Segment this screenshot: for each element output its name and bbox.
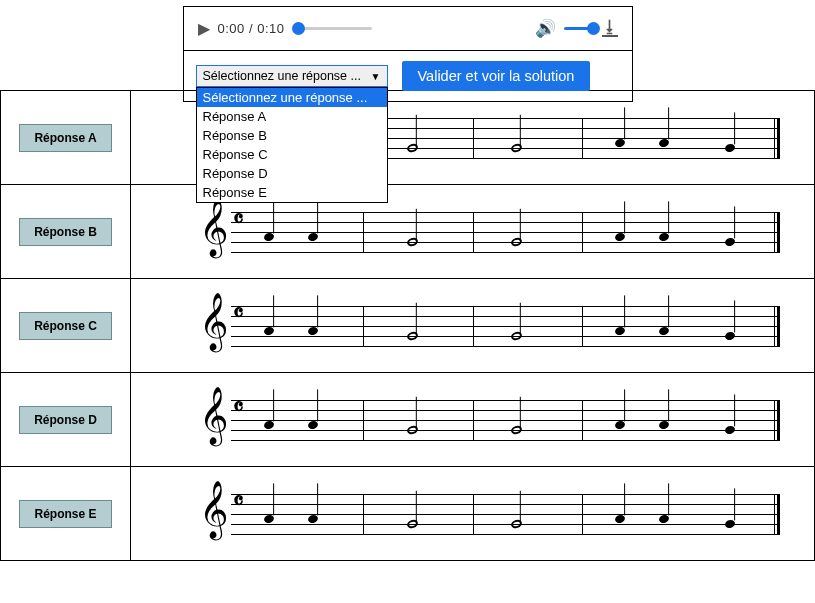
note [263,419,275,430]
select-option[interactable]: Réponse A [197,107,387,126]
answer-grid: Réponse A 𝄞𝄴 Réponse B 𝄞𝄴 Réponse C 𝄞𝄴 R… [0,90,815,561]
note [263,513,275,524]
top-panel: ▶ 0:00 / 0:10 🔊 ⭳ Sélectionnez une répon… [183,6,633,102]
final-barline [774,118,780,158]
note [724,518,736,529]
answer-row: Réponse A 𝄞𝄴 [0,90,815,185]
note [406,142,419,153]
note [614,137,626,148]
volume-bar[interactable] [564,27,594,30]
final-barline [774,494,780,534]
answer-label: Réponse E [19,500,111,528]
answer-row: Réponse B 𝄞𝄴 [0,184,815,279]
time-signature: 𝄴 [233,490,244,512]
final-barline [774,212,780,252]
treble-clef-icon: 𝄞 [199,390,229,440]
play-icon[interactable]: ▶ [198,19,210,38]
note [658,513,670,524]
select-option[interactable]: Sélectionnez une réponse ... [197,88,387,107]
music-cell: 𝄞𝄴 [131,373,814,466]
answer-label: Réponse B [19,218,112,246]
chevron-down-icon: ▼ [371,71,381,82]
music-cell: 𝄞𝄴 [131,467,814,560]
time-signature: 𝄴 [233,208,244,230]
select-option[interactable]: Réponse E [197,183,387,202]
note [510,424,523,435]
note [510,518,523,529]
answer-label-cell: Réponse E [1,467,131,560]
time-signature: 𝄴 [233,302,244,324]
note [724,330,736,341]
note [724,424,736,435]
answer-label-cell: Réponse A [1,91,131,184]
note [263,325,275,336]
answer-label-cell: Réponse C [1,279,131,372]
final-barline [774,306,780,346]
answer-label-cell: Réponse D [1,373,131,466]
note [724,236,736,247]
note [658,137,670,148]
note [614,325,626,336]
note [614,513,626,524]
note [307,325,319,336]
note [658,325,670,336]
select-value: Sélectionnez une réponse ... [203,69,361,83]
action-row: Sélectionnez une réponse ... ▼ Sélection… [184,51,632,101]
note [406,424,419,435]
answer-row: Réponse E 𝄞𝄴 [0,466,815,561]
select-option[interactable]: Réponse B [197,126,387,145]
seek-thumb[interactable] [292,22,305,35]
volume-icon[interactable]: 🔊 [535,18,556,39]
note [263,231,275,242]
note [614,231,626,242]
note [307,513,319,524]
music-cell: 𝄞𝄴 [131,279,814,372]
audio-player: ▶ 0:00 / 0:10 🔊 ⭳ [184,7,632,51]
treble-clef-icon: 𝄞 [199,202,229,252]
answer-label: Réponse A [19,124,111,152]
answer-row: Réponse C 𝄞𝄴 [0,278,815,373]
select-option[interactable]: Réponse D [197,164,387,183]
answer-label-cell: Réponse B [1,185,131,278]
time-signature: 𝄴 [233,396,244,418]
final-barline [774,400,780,440]
validate-button[interactable]: Valider et voir la solution [402,61,591,91]
note [658,231,670,242]
answer-select[interactable]: Sélectionnez une réponse ... ▼ Sélection… [196,65,388,87]
note [307,419,319,430]
treble-clef-icon: 𝄞 [199,484,229,534]
treble-clef-icon: 𝄞 [199,296,229,346]
seek-bar[interactable] [292,27,372,30]
note [406,518,419,529]
note [510,236,523,247]
select-dropdown[interactable]: Sélectionnez une réponse ...Réponse ARép… [196,87,388,203]
note [406,236,419,247]
download-icon[interactable]: ⭳ [602,20,618,37]
note [724,142,736,153]
note [307,231,319,242]
select-option[interactable]: Réponse C [197,145,387,164]
note [510,330,523,341]
note [510,142,523,153]
answer-label: Réponse C [19,312,112,340]
answer-row: Réponse D 𝄞𝄴 [0,372,815,467]
audio-time: 0:00 / 0:10 [218,21,285,36]
select-box[interactable]: Sélectionnez une réponse ... ▼ [196,65,388,87]
note [406,330,419,341]
note [614,419,626,430]
answer-label: Réponse D [19,406,112,434]
note [658,419,670,430]
